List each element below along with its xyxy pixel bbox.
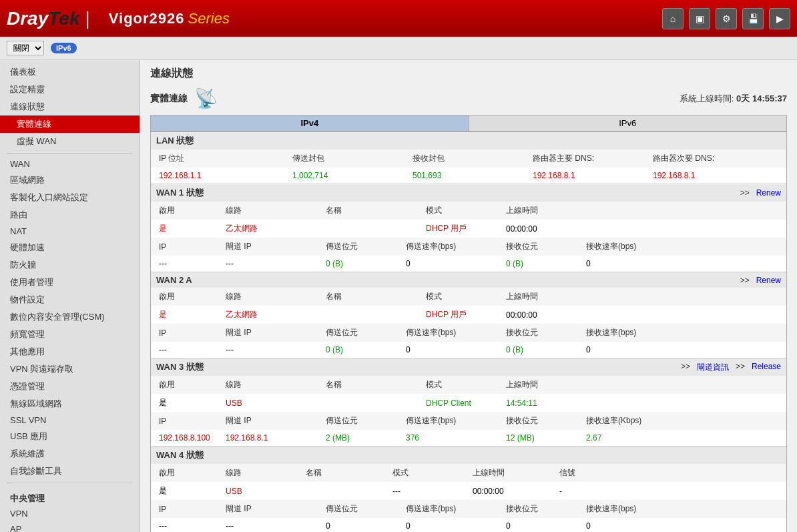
wan2-h-name: 名稱 [323, 289, 423, 304]
wan3-tunnel-link[interactable]: 閘道資訊 [697, 362, 729, 373]
wan3-title: WAN 3 狀態 [156, 361, 204, 373]
wan1-renew-link[interactable]: Renew [756, 188, 781, 198]
wan2-title-row: WAN 2 A >> Renew [151, 272, 786, 288]
logout-icon[interactable]: ▶ [769, 8, 790, 29]
wan1-links: >> Renew [740, 188, 781, 198]
wan4-txbytes: 0 [323, 519, 403, 532]
sidebar-item-wan[interactable]: WAN [0, 156, 140, 172]
sidebar-item-portal[interactable]: 客製化入口網站設定 [0, 189, 140, 206]
wan4-h-mode: 模式 [390, 465, 470, 481]
sidebar-item-bw-mgmt[interactable]: 頻寬管理 [0, 326, 140, 343]
wan3-h2-rxrate: 接收速率(Kbps) [583, 413, 781, 429]
status-container: LAN 狀態 IP 位址 傳送封包 接收封包 路由器主要 DNS: 路由器次要 … [150, 131, 787, 532]
wan1-name [323, 227, 423, 231]
wan2-rxrate: 0 [583, 343, 781, 356]
wan1-mode: DHCP 用戶 [423, 221, 503, 236]
wan1-h2-gw: 閘道 IP [223, 239, 323, 254]
sidebar-item-dashboard[interactable]: 儀表板 [0, 63, 140, 81]
tab-ipv6[interactable]: IPv6 [469, 115, 787, 131]
wan3-mode: DHCP Client [423, 396, 503, 410]
sidebar-item-hw-accel[interactable]: 硬體加速 [0, 239, 140, 256]
sidebar-item-usb[interactable]: USB 應用 [0, 428, 140, 445]
sidebar-item-user-mgmt[interactable]: 使用者管理 [0, 274, 140, 291]
wan1-data1: 是 乙太網路 DHCP 用戶 00:00:00 [151, 220, 786, 238]
sidebar-item-firewall[interactable]: 防火牆 [0, 256, 140, 274]
sidebar-item-lan[interactable]: 區域網路 [0, 172, 140, 189]
wan2-renew-link[interactable]: Renew [756, 276, 781, 285]
ipv6-badge[interactable]: IPv6 [51, 43, 77, 53]
sidebar-item-diagnostics[interactable]: 自我診斷工具 [0, 463, 140, 480]
wan3-name [323, 401, 423, 405]
sidebar-divider-1 [7, 153, 133, 154]
wan2-txbytes: 0 (B) [323, 343, 403, 356]
sidebar-divider-2 [7, 483, 133, 483]
wan1-data2: --- --- 0 (B) 0 0 (B) 0 [151, 256, 786, 272]
wan2-title: WAN 2 A [156, 275, 192, 285]
wan2-txrate: 0 [403, 343, 503, 356]
brand-tek: Tek [48, 8, 79, 29]
header: DrayTek | Vigor2926 Series ⌂ ▣ ⚙ 💾 ▶ [0, 0, 797, 37]
page-title: 連線狀態 [150, 67, 787, 81]
sidebar-item-ssl-vpn[interactable]: SSL VPN [0, 413, 140, 428]
wan4-h-empty [630, 471, 781, 475]
lan-rx: 501,693 [410, 169, 530, 182]
wan4-h2-ip: IP [156, 503, 223, 516]
wan1-txrate: 0 [403, 257, 503, 270]
wan1-renew-prefix: >> [740, 188, 750, 198]
tab-ipv4[interactable]: IPv4 [151, 115, 469, 131]
wan3-h-mode: 模式 [423, 377, 503, 392]
wan4-h-enable: 啟用 [156, 465, 223, 481]
wan-dropdown[interactable]: 關閉 開啟 [7, 41, 44, 55]
wan3-section: WAN 3 狀態 >> 閘道資訊 >> Release 啟用 線路 名稱 模式 … [151, 358, 786, 446]
wan2-h-enable: 啟用 [156, 289, 223, 304]
wan3-title-row: WAN 3 狀態 >> 閘道資訊 >> Release [151, 358, 786, 376]
sidebar-item-apps[interactable]: 其他應用 [0, 343, 140, 360]
save-icon[interactable]: 💾 [742, 8, 764, 29]
wan1-rxrate: 0 [583, 257, 781, 270]
wan1-section: WAN 1 狀態 >> Renew 啟用 線路 名稱 模式 上線時間 是 乙太網… [151, 184, 786, 272]
sidebar-item-vpn[interactable]: VPN 與遠端存取 [0, 360, 140, 378]
wan3-h-line: 線路 [223, 377, 323, 392]
brand-dray: Dray [7, 8, 48, 29]
lan-title: LAN 狀態 [151, 132, 786, 150]
wan3-rxrate: 2.67 [583, 431, 781, 445]
sidebar-item-cert[interactable]: 憑證管理 [0, 378, 140, 395]
wan4-rxrate: 0 [583, 519, 781, 532]
wan1-h2-txrate: 傳送速率(bps) [403, 239, 503, 254]
sidebar-item-routing[interactable]: 路由 [0, 206, 140, 224]
wan3-line: USB [223, 396, 323, 410]
settings-icon[interactable]: ⚙ [716, 8, 737, 29]
wan2-mode: DHCP 用戶 [423, 307, 503, 322]
wan3-release-link[interactable]: Release [752, 362, 781, 373]
sidebar-item-objects[interactable]: 物件設定 [0, 291, 140, 308]
sidebar-item-central-vpn[interactable]: VPN [0, 506, 140, 521]
sidebar-item-physical[interactable]: 實體連線 [0, 115, 140, 133]
sidebar-item-csm[interactable]: 數位內容安全管理(CSM) [0, 308, 140, 326]
wan2-name [323, 313, 423, 317]
wan2-uptime: 00:00:00 [503, 308, 781, 322]
sidebar-item-connection-status[interactable]: 連線狀態 [0, 98, 140, 115]
sidebar-item-wlan[interactable]: 無線區域網路 [0, 395, 140, 413]
sidebar-item-virtual-wan[interactable]: 虛擬 WAN [0, 133, 140, 150]
wan2-h-uptime: 上線時間 [503, 289, 781, 304]
lan-dns2: 192.168.8.1 [650, 169, 781, 182]
wan2-section: WAN 2 A >> Renew 啟用 線路 名稱 模式 上線時間 是 乙太網路 [151, 272, 786, 358]
wan1-title: WAN 1 狀態 [156, 187, 204, 199]
wan4-enable: 是 [156, 483, 223, 499]
home-icon[interactable]: ⌂ [662, 8, 684, 29]
sidebar-item-wizard[interactable]: 設定精靈 [0, 81, 140, 98]
physical-connection-label: 實體連線 [150, 93, 188, 105]
wan3-h-uptime: 上線時間 [503, 377, 781, 392]
wan4-uptime: 00:00:00 [470, 485, 557, 498]
sidebar-item-central-ap[interactable]: AP [0, 521, 140, 532]
monitor-icon[interactable]: ▣ [689, 8, 710, 29]
sidebar-item-sys-maint[interactable]: 系統維護 [0, 445, 140, 463]
model-series: Series [188, 10, 230, 27]
wan2-header2: IP 閘道 IP 傳送位元 傳送速率(bps) 接收位元 接收速率(bps) [151, 324, 786, 342]
wan4-h2-txrate: 傳送速率(bps) [403, 501, 503, 517]
wan2-ip: --- [156, 343, 223, 356]
wan4-ip: --- [156, 519, 223, 532]
uptime-label: 系統上線時間: [680, 93, 734, 103]
sidebar-item-nat[interactable]: NAT [0, 224, 140, 239]
lan-dns1: 192.168.8.1 [530, 169, 650, 182]
